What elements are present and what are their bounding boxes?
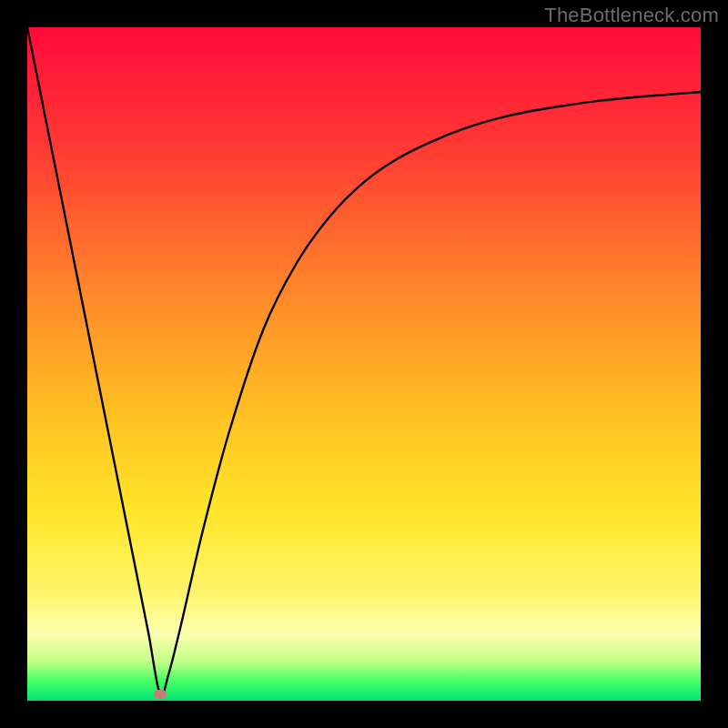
curve-minimum-marker [154, 690, 167, 699]
plot-area [27, 27, 701, 701]
watermark-text: TheBottleneck.com [544, 4, 719, 27]
bottleneck-curve [27, 27, 701, 701]
curve-path [27, 27, 701, 695]
chart-frame: TheBottleneck.com [0, 0, 728, 728]
